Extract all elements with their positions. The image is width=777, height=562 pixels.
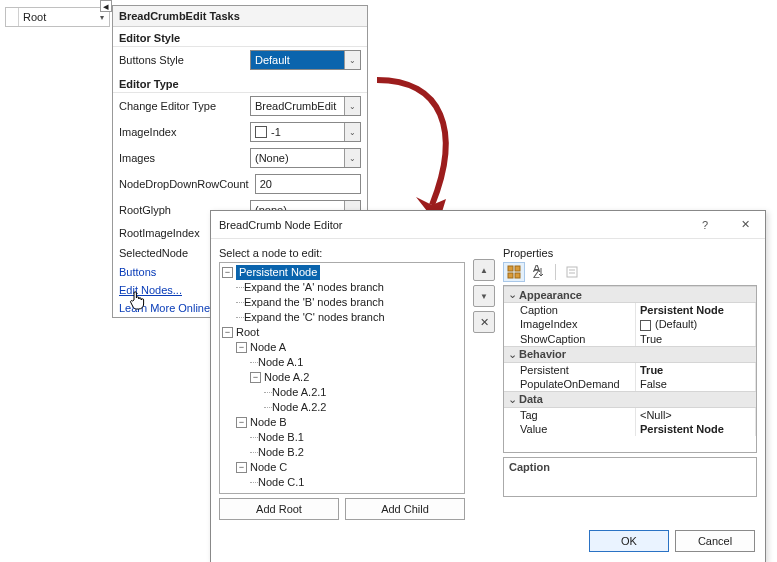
collapse-icon[interactable]: −: [222, 267, 233, 278]
chevron-down-icon[interactable]: ⌄: [344, 123, 360, 141]
node-editor-dialog: BreadCrumb Node Editor ? ✕ Select a node…: [210, 210, 766, 562]
collapse-icon[interactable]: −: [250, 372, 261, 383]
node-tree[interactable]: −Persistent Node Expand the 'A' nodes br…: [219, 262, 465, 494]
tree-node[interactable]: Node C.1: [258, 475, 304, 490]
svg-rect-0: [508, 266, 513, 271]
prop-name-tag[interactable]: Tag: [504, 408, 636, 422]
collapse-icon[interactable]: −: [222, 327, 233, 338]
label-image-index: ImageIndex: [119, 126, 244, 138]
prop-val-persistent[interactable]: True: [636, 363, 756, 377]
prop-val-imageindex[interactable]: (Default): [636, 317, 756, 332]
chevron-down-icon[interactable]: ⌄: [506, 288, 519, 301]
arrow-annotation: [362, 70, 472, 230]
chevron-down-icon[interactable]: ▾: [95, 13, 109, 22]
combo-change-editor-type[interactable]: BreadCrumbEdit⌄: [250, 96, 361, 116]
arrow-up-icon: ▲: [480, 266, 488, 275]
tasks-title: BreadCrumbEdit Tasks: [113, 6, 367, 27]
prop-name-showcaption[interactable]: ShowCaption: [504, 332, 636, 346]
categorized-view-button[interactable]: [503, 262, 525, 282]
property-grid[interactable]: ⌄Appearance CaptionPersistent Node Image…: [503, 285, 757, 453]
combo-image-index[interactable]: -1⌄: [250, 122, 361, 142]
collapse-icon[interactable]: −: [236, 462, 247, 473]
tree-node[interactable]: Expand the 'A' nodes branch: [244, 280, 384, 295]
help-button[interactable]: ?: [685, 211, 725, 238]
section-editor-type: Editor Type: [113, 73, 367, 93]
chevron-down-icon[interactable]: ⌄: [344, 149, 360, 167]
label-buttons-style: Buttons Style: [119, 54, 244, 66]
label-change-editor-type: Change Editor Type: [119, 100, 244, 112]
property-pages-button[interactable]: [561, 262, 583, 282]
alphabetical-view-button[interactable]: AZ: [528, 262, 550, 282]
add-root-button[interactable]: Add Root: [219, 498, 339, 520]
tree-node[interactable]: Node B.2: [258, 445, 304, 460]
collapse-icon[interactable]: −: [236, 417, 247, 428]
prop-val-caption[interactable]: Persistent Node: [636, 303, 756, 317]
properties-caption: Properties: [503, 245, 757, 262]
prop-name-persistent[interactable]: Persistent: [504, 363, 636, 377]
prop-val-populate[interactable]: False: [636, 377, 756, 391]
svg-rect-1: [515, 266, 520, 271]
close-button[interactable]: ✕: [725, 211, 765, 238]
tree-node-root[interactable]: Root: [236, 325, 259, 340]
breadcrumb-glyph-slot: [6, 8, 19, 26]
arrow-down-icon: ▼: [480, 292, 488, 301]
hand-cursor-icon: [128, 290, 146, 310]
breadcrumb-root-text: Root: [19, 11, 95, 23]
dialog-titlebar[interactable]: BreadCrumb Node Editor ? ✕: [211, 211, 765, 239]
chevron-down-icon[interactable]: ⌄: [506, 393, 519, 406]
input-node-dd-rowcount[interactable]: 20: [255, 174, 361, 194]
tree-node[interactable]: Node C: [250, 460, 287, 475]
chevron-down-icon[interactable]: ⌄: [506, 348, 519, 361]
close-icon: ✕: [741, 218, 750, 231]
section-editor-style: Editor Style: [113, 27, 367, 47]
x-icon: ✕: [480, 316, 489, 329]
label-images: Images: [119, 152, 244, 164]
prop-name-populate[interactable]: PopulateOnDemand: [504, 377, 636, 391]
combo-buttons-style[interactable]: Default⌄: [250, 50, 361, 70]
move-up-button[interactable]: ▲: [473, 259, 495, 281]
tree-node[interactable]: Node C.2: [258, 490, 304, 494]
svg-rect-6: [567, 267, 577, 277]
cancel-button[interactable]: Cancel: [675, 530, 755, 552]
chevron-down-icon[interactable]: ⌄: [344, 97, 360, 115]
prop-name-imageindex[interactable]: ImageIndex: [504, 317, 636, 332]
svg-rect-2: [508, 273, 513, 278]
breadcrumb-edit[interactable]: Root ▾: [5, 7, 110, 27]
move-down-button[interactable]: ▼: [473, 285, 495, 307]
prop-val-tag[interactable]: <Null>: [636, 408, 756, 422]
svg-text:Z: Z: [533, 268, 540, 279]
tree-node[interactable]: Node A.2: [264, 370, 309, 385]
tree-node[interactable]: Node A.2.2: [272, 400, 326, 415]
prop-name-caption[interactable]: Caption: [504, 303, 636, 317]
tree-node[interactable]: Node B.1: [258, 430, 304, 445]
tree-node[interactable]: Node A.1: [258, 355, 303, 370]
tree-node[interactable]: Node B: [250, 415, 287, 430]
collapse-icon[interactable]: −: [236, 342, 247, 353]
property-grid-toolbar: AZ: [503, 262, 757, 282]
smart-tag-glyph[interactable]: ◂: [100, 0, 112, 12]
delete-button[interactable]: ✕: [473, 311, 495, 333]
chevron-down-icon[interactable]: ⌄: [344, 51, 360, 69]
ok-button[interactable]: OK: [589, 530, 669, 552]
select-node-caption: Select a node to edit:: [219, 245, 465, 262]
tree-node[interactable]: Node A.2.1: [272, 385, 326, 400]
add-child-button[interactable]: Add Child: [345, 498, 465, 520]
tree-node-persistent[interactable]: Persistent Node: [236, 265, 320, 280]
question-icon: ?: [702, 219, 708, 231]
property-description: Caption: [503, 457, 757, 497]
tree-node[interactable]: Expand the 'B' nodes branch: [244, 295, 384, 310]
tree-node[interactable]: Expand the 'C' nodes branch: [244, 310, 385, 325]
dialog-title: BreadCrumb Node Editor: [219, 219, 685, 231]
prop-val-value[interactable]: Persistent Node: [636, 422, 756, 436]
tree-node[interactable]: Node A: [250, 340, 286, 355]
prop-val-showcaption[interactable]: True: [636, 332, 756, 346]
label-node-dd-rowcount: NodeDropDownRowCount: [119, 178, 249, 190]
svg-rect-3: [515, 273, 520, 278]
prop-name-value[interactable]: Value: [504, 422, 636, 436]
combo-images[interactable]: (None)⌄: [250, 148, 361, 168]
